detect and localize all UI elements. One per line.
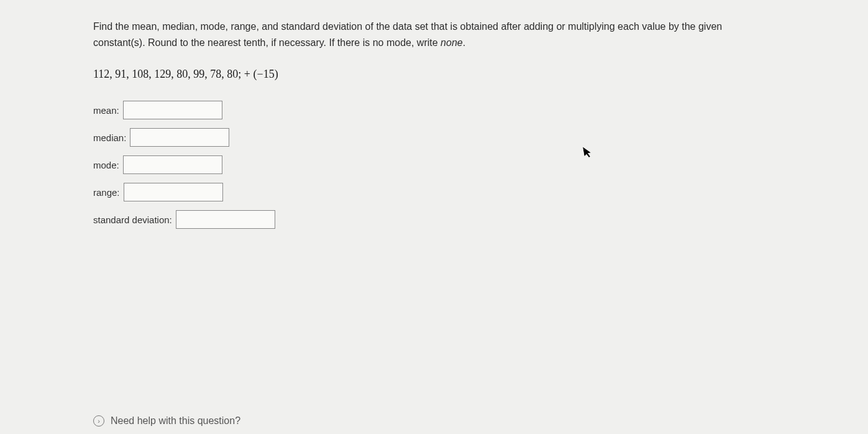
help-link[interactable]: › Need help with this question? [93,415,240,427]
mode-label: mode: [93,160,119,170]
mode-input[interactable] [123,155,222,174]
help-text: Need help with this question? [111,415,240,427]
median-label: median: [93,132,126,143]
std-dev-label: standard deviation: [93,215,172,225]
question-instructions: Find the mean, median, mode, range, and … [93,19,775,50]
instructions-text-2: . [463,37,465,48]
instructions-italic: none [441,37,463,48]
range-input[interactable] [124,183,223,201]
mean-row: mean: [93,101,775,119]
median-input[interactable] [130,128,229,147]
median-row: median: [93,128,775,147]
range-label: range: [93,187,120,198]
cursor-icon [583,145,595,162]
std-dev-input[interactable] [176,210,275,229]
instructions-text-1: Find the mean, median, mode, range, and … [93,21,722,48]
std-dev-row: standard deviation: [93,210,775,229]
mean-label: mean: [93,105,119,116]
chevron-right-icon: › [93,415,104,427]
mean-input[interactable] [123,101,222,119]
mode-row: mode: [93,155,775,174]
range-row: range: [93,183,775,201]
data-set-display: 112, 91, 108, 129, 80, 99, 78, 80; + (−1… [93,68,775,81]
